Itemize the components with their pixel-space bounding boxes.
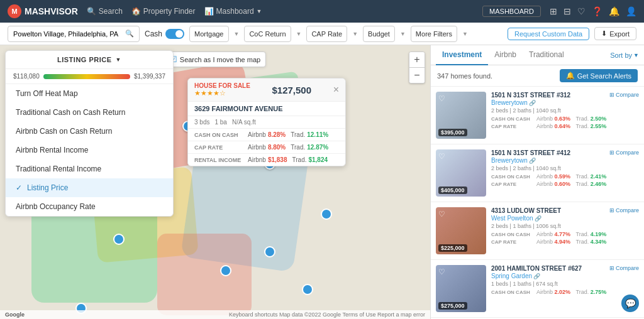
nav-icons-group: ⊞ ⊟ ♡ ❓ 🔔 👤 bbox=[550, 6, 636, 16]
compare-btn-1[interactable]: ⊞ Compare bbox=[609, 92, 639, 98]
listing-image-2[interactable]: ♡ $405,000 bbox=[436, 149, 486, 197]
grid-icon[interactable]: ⊞ bbox=[550, 6, 557, 16]
chat-bubble-btn[interactable]: 💬 bbox=[621, 295, 639, 312]
mortgage-filter-btn[interactable]: Mortgage bbox=[189, 26, 228, 42]
search-alerts-btn[interactable]: 🔔 Get Search Alerts bbox=[560, 69, 638, 82]
heart-btn-4[interactable]: ♡ bbox=[438, 268, 445, 276]
heart-btn-1[interactable]: ♡ bbox=[438, 94, 445, 103]
right-panel: Investment Airbnb Traditional Sort by ▼ … bbox=[430, 45, 644, 319]
compare-btn-4[interactable]: ⊞ Compare bbox=[609, 265, 639, 271]
zoom-in-btn[interactable]: + bbox=[409, 52, 425, 67]
map-bottom-bar: Google Keyboard shortcuts Map data ©2022… bbox=[0, 310, 430, 319]
popup-type: HOUSE FOR SALE bbox=[194, 82, 250, 89]
listings-scroll[interactable]: ♡ $395,000 1501 N 31ST STREET #312 Brewe… bbox=[431, 87, 644, 319]
listing-specs-2: 2 beds | 2 baths | 1040 sq.ft bbox=[491, 165, 639, 171]
sort-by-btn[interactable]: Sort by ▼ bbox=[610, 51, 639, 59]
tab-traditional[interactable]: Traditional bbox=[523, 45, 570, 65]
dropdown-item-airbnb-rental[interactable]: Airbnb Rental Income bbox=[6, 141, 173, 160]
heart-btn-2[interactable]: ♡ bbox=[438, 152, 445, 161]
listing-info-3: 4313 LUDLOW STREET West Powelton 🔗 2 bed… bbox=[491, 207, 639, 254]
map-pin[interactable] bbox=[220, 265, 231, 276]
popup-close-btn[interactable]: × bbox=[333, 84, 339, 95]
search-location-icon: 🔍 bbox=[125, 30, 134, 38]
listing-card: ♡ $405,000 1501 N 31ST STREET #412 Brewe… bbox=[431, 144, 644, 202]
listing-specs-3: 2 beds | 1 baths | 1006 sq.ft bbox=[491, 223, 639, 229]
listing-price-badge-1: $395,000 bbox=[438, 129, 467, 136]
zoom-out-btn[interactable]: − bbox=[409, 68, 425, 83]
dropdown-item-airbnb-coc[interactable]: Airbnb Cash on Cash Return bbox=[6, 122, 173, 141]
location-search-wrap[interactable]: 🔍 bbox=[8, 26, 140, 42]
user-icon[interactable]: 👤 bbox=[626, 6, 636, 16]
dropdown-chevron: ▼ bbox=[116, 57, 121, 63]
map-pin[interactable] bbox=[113, 234, 125, 245]
custom-data-btn[interactable]: Request Custom Data bbox=[508, 28, 589, 40]
mashboard-nav-item[interactable]: 📊 Mashboard ▼ bbox=[204, 7, 262, 16]
google-attribution: Google bbox=[5, 311, 25, 318]
mashboard-button[interactable]: MASHBOARD bbox=[482, 6, 541, 17]
main-layout: LISTING PRICE ▼ $118,080 $1,399,337 Turn… bbox=[0, 45, 644, 319]
cash-toggle-switch[interactable] bbox=[165, 29, 184, 39]
map-pin[interactable] bbox=[264, 246, 275, 257]
listing-neighborhood-3[interactable]: West Powelton 🔗 bbox=[491, 215, 639, 222]
tab-investment[interactable]: Investment bbox=[436, 45, 488, 65]
popup-rental-airbnb-val: $1,838 bbox=[268, 156, 287, 163]
cap-label-1: CAP RATE bbox=[491, 124, 536, 129]
tab-airbnb[interactable]: Airbnb bbox=[488, 45, 523, 65]
property-finder-nav-item[interactable]: 🏠 Property Finder bbox=[131, 7, 196, 16]
listing-neighborhood-1[interactable]: Brewerytown 🔗 bbox=[491, 99, 639, 106]
top-nav: M MASHVISOR 🔍 Search 🏠 Property Finder 📊… bbox=[0, 0, 644, 23]
dropdown-item-listing-price[interactable]: ✓ Listing Price bbox=[6, 178, 173, 197]
cap-vals-1: Airbnb 0.64% Trad. 2.55% bbox=[536, 123, 606, 129]
location-search-input[interactable] bbox=[13, 30, 123, 38]
price-gradient-bar bbox=[43, 74, 130, 79]
cap-filter-btn[interactable]: CAP Rate bbox=[306, 26, 347, 42]
popup-coc-row: CASH ON CASH Airbnb 8.28% Trad. 12.11% bbox=[188, 129, 345, 141]
listing-price-badge-3: $225,000 bbox=[438, 244, 467, 252]
compare-btn-2[interactable]: ⊞ Compare bbox=[609, 149, 639, 156]
cash-toggle-group: Cash bbox=[145, 29, 184, 39]
map-pin[interactable] bbox=[302, 284, 313, 295]
listing-image-1[interactable]: ♡ $395,000 bbox=[436, 92, 486, 139]
export-btn[interactable]: ⬇ Export bbox=[594, 27, 636, 40]
bell-icon[interactable]: 🔔 bbox=[609, 6, 619, 16]
search-as-move[interactable]: ☑ Search as I move the map bbox=[164, 51, 266, 67]
results-count: 347 homes found. bbox=[437, 72, 492, 80]
results-header: 347 homes found. 🔔 Get Search Alerts bbox=[431, 65, 644, 87]
listing-card: ♡ $275,000 2001 HAMILTON STREET #627 Spr… bbox=[431, 260, 644, 318]
help-icon[interactable]: ❓ bbox=[592, 6, 602, 16]
listing-image-4[interactable]: ♡ $275,000 bbox=[436, 265, 486, 312]
dropdown-item-turn-off[interactable]: Turn Off Heat Map bbox=[6, 84, 173, 103]
export-icon: ⬇ bbox=[601, 30, 607, 38]
listing-image-3[interactable]: ♡ $225,000 bbox=[436, 207, 486, 254]
layout-icon[interactable]: ⊟ bbox=[564, 6, 571, 16]
popup-header: HOUSE FOR SALE ★★★★☆ $127,500 × bbox=[188, 78, 345, 102]
coc-filter-btn[interactable]: CoC Return bbox=[244, 26, 291, 42]
dropdown-item-trad-coc[interactable]: Traditional Cash on Cash Return bbox=[6, 103, 173, 122]
listing-neighborhood-2[interactable]: Brewerytown 🔗 bbox=[491, 157, 639, 164]
coc-label-1: CASH ON CASH bbox=[491, 116, 536, 122]
listing-price-badge-4: $275,000 bbox=[438, 302, 467, 310]
heart-btn-3[interactable]: ♡ bbox=[438, 210, 445, 219]
heart-nav-icon[interactable]: ♡ bbox=[577, 6, 586, 16]
listing-specs-1: 2 beds | 2 baths | 1040 sq.ft bbox=[491, 107, 639, 114]
popup-rental-label: RENTAL INCOME bbox=[194, 157, 248, 163]
listing-neighborhood-4[interactable]: Spring Garden 🔗 bbox=[491, 273, 639, 279]
popup-stars: ★★★★☆ bbox=[194, 89, 250, 97]
map-pin[interactable] bbox=[321, 208, 332, 220]
mashboard-icon: 📊 bbox=[204, 7, 214, 16]
logo[interactable]: M MASHVISOR bbox=[8, 4, 78, 18]
dropdown-header[interactable]: LISTING PRICE ▼ bbox=[6, 51, 173, 69]
listing-metrics-1: CASH ON CASH Airbnb 0.63% Trad. 2.50% CA… bbox=[491, 116, 639, 129]
search-nav-item[interactable]: 🔍 Search bbox=[87, 7, 123, 16]
coc-vals-1: Airbnb 0.63% Trad. 2.50% bbox=[536, 116, 606, 122]
more-filters-btn[interactable]: More Filters bbox=[411, 26, 457, 42]
dropdown-item-airbnb-occ[interactable]: Airbnb Occupancy Rate bbox=[6, 197, 173, 216]
dropdown-item-trad-rental[interactable]: Traditional Rental Income bbox=[6, 160, 173, 178]
popup-address: 3629 FAIRMOUNT AVENUE bbox=[188, 102, 345, 116]
popup-rental-trad-val: $1,824 bbox=[308, 156, 328, 163]
compare-btn-3[interactable]: ⊞ Compare bbox=[609, 207, 639, 214]
budget-filter-btn[interactable]: Budget bbox=[363, 26, 395, 42]
popup-cap-trad-val: 12.87% bbox=[307, 144, 328, 151]
popup-cap-airbnb-val: 8.80% bbox=[268, 144, 286, 151]
map-area[interactable]: LISTING PRICE ▼ $118,080 $1,399,337 Turn… bbox=[0, 45, 430, 319]
